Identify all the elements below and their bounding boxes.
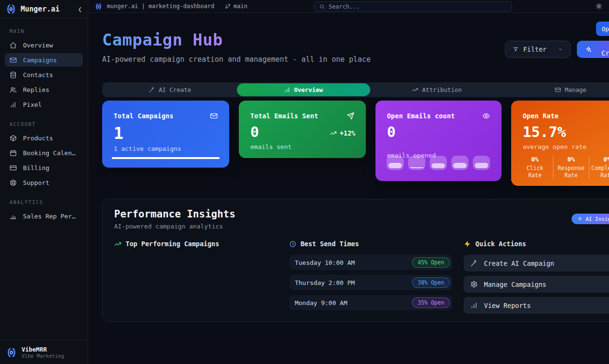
tab-label: Manage xyxy=(565,86,586,93)
footer-logo-icon xyxy=(6,347,17,358)
trending-up-icon xyxy=(114,240,121,248)
sub-stat-value: 0% xyxy=(555,156,587,163)
campaign-progress-bar xyxy=(112,157,220,159)
quick-action-label: Manage Campaigns xyxy=(484,281,546,288)
sidebar-header: Munger.ai ❮ xyxy=(0,0,88,18)
credit-card-icon xyxy=(10,164,17,171)
sidebar-item-contacts[interactable]: Contacts xyxy=(5,68,83,81)
column-title: Quick Actions xyxy=(475,240,526,248)
send-time-row[interactable]: Tuesday 10:00 AM 45% Open xyxy=(289,255,453,270)
clock-icon xyxy=(289,240,296,248)
stat-card-total-campaigns[interactable]: Total Campaigns 1 1 active campaigns xyxy=(102,101,229,168)
sidebar-item-label: Billing xyxy=(23,164,49,171)
sidebar-item-campaigns[interactable]: Campaigns xyxy=(5,53,83,67)
trending-up-icon xyxy=(330,130,337,136)
mail-icon xyxy=(10,57,17,64)
sidebar-item-sales-rep-performance[interactable]: Sales Rep Per… xyxy=(5,209,83,223)
sidebar-item-label: Sales Rep Per… xyxy=(23,213,76,220)
stat-card-open-emails[interactable]: Open Emails count 0 emails opened xyxy=(375,101,502,181)
quick-action-label: Create AI Campaign xyxy=(484,260,554,267)
sidebar-item-billing[interactable]: Billing xyxy=(5,161,83,174)
stat-card-emails-sent[interactable]: Total Emails Sent 0 +12% emails sent xyxy=(239,101,366,158)
package-icon xyxy=(10,135,17,142)
sidebar-item-label: Contacts xyxy=(23,71,53,79)
bar-chart-icon xyxy=(10,213,17,220)
topbar: munger.ai | marketing-dashboard main xyxy=(88,0,609,13)
stat-title: Total Emails Sent xyxy=(250,112,318,120)
users-icon xyxy=(10,86,17,93)
sidebar-nav: MAIN Overview Campaigns Contacts Replies… xyxy=(0,18,88,223)
sidebar-item-label: Booking Calen… xyxy=(23,149,76,157)
trend-value: +12% xyxy=(340,129,355,137)
search-box[interactable] xyxy=(314,1,512,11)
open-rate-badge: 38% Open xyxy=(412,277,450,288)
panel-title: Performance Insights xyxy=(114,208,235,220)
search-input[interactable] xyxy=(328,3,507,10)
ai-insights-badge-label: AI Insights xyxy=(586,216,609,222)
footer-name: VibeMRR xyxy=(22,346,64,353)
mail-icon xyxy=(555,87,561,93)
trend-indicator: +12% xyxy=(330,129,355,137)
sub-stat-label: Response Rate xyxy=(555,165,587,179)
stat-caption: 1 active campaigns xyxy=(114,145,218,152)
branch-name: main xyxy=(234,3,247,10)
footer-subtitle: Vibe Marketing xyxy=(22,353,64,359)
trending-up-icon xyxy=(412,87,418,93)
open-button[interactable]: Open xyxy=(596,22,609,36)
app-logo-icon xyxy=(6,4,16,14)
stat-title: Open Rate xyxy=(523,112,559,120)
sparkles-icon xyxy=(585,46,592,53)
tab-label: Overview xyxy=(294,86,323,93)
main-content: Campaign Hub AI-powered campaign creatio… xyxy=(88,13,609,364)
view-reports-button[interactable]: View Reports xyxy=(464,297,609,314)
tab-label: Attribution xyxy=(422,86,462,93)
mail-icon xyxy=(210,112,218,120)
tab-attribution[interactable]: Attribution xyxy=(370,83,504,96)
tab-manage[interactable]: Manage xyxy=(504,83,609,96)
sidebar: Munger.ai ❮ MAIN Overview Campaigns Cont… xyxy=(0,0,88,364)
send-time-label: Thursday 2:00 PM xyxy=(295,279,355,286)
stat-value: 0 xyxy=(387,124,490,140)
quick-action-label: View Reports xyxy=(484,302,531,309)
send-time-row[interactable]: Monday 9:00 AM 35% Open xyxy=(289,295,453,310)
create-ai-campaign-button[interactable]: Create AI Campaign xyxy=(464,255,609,272)
eye-icon xyxy=(482,112,490,120)
calendar-icon xyxy=(10,149,17,157)
mini-bar xyxy=(430,156,447,170)
project-name: munger.ai | marketing-dashboard xyxy=(107,3,214,10)
sidebar-item-replies[interactable]: Replies xyxy=(5,83,83,96)
stat-value: 1 xyxy=(114,124,218,142)
send-time-row[interactable]: Thursday 2:00 PM 38% Open xyxy=(289,275,453,290)
sub-stat-response-rate: 0% Response Rate xyxy=(553,156,589,179)
sidebar-item-label: Overview xyxy=(23,42,53,49)
campaign-tabs: AI Create Overview Attribution Manage xyxy=(102,82,609,97)
sub-stat-label: Click Rate xyxy=(519,165,551,179)
sidebar-item-overview[interactable]: Overview xyxy=(5,38,83,52)
sidebar-item-support[interactable]: Support xyxy=(5,176,83,189)
sidebar-collapse-button[interactable]: ❮ xyxy=(78,5,82,13)
sub-stat-value: 0% xyxy=(591,156,609,163)
sidebar-item-label: Pixel xyxy=(23,101,42,108)
stat-card-open-rate[interactable]: Open Rate 15.7% average open rate 0% Cli… xyxy=(511,101,609,186)
sidebar-item-booking-calendar[interactable]: Booking Calen… xyxy=(5,146,83,159)
stat-title: Total Campaigns xyxy=(114,112,174,120)
mini-bar xyxy=(386,156,404,170)
stat-cards: Total Campaigns 1 1 active campaigns Tot… xyxy=(102,101,609,186)
sidebar-item-label: Support xyxy=(23,179,49,186)
filter-button[interactable]: Filter xyxy=(505,41,571,58)
theme-toggle-button[interactable] xyxy=(596,3,602,10)
branch-indicator[interactable]: main xyxy=(225,3,247,10)
manage-campaigns-button[interactable]: Manage Campaigns xyxy=(464,276,609,293)
stat-title: Open Emails count xyxy=(387,112,455,120)
tab-overview[interactable]: Overview xyxy=(237,83,371,96)
sidebar-item-products[interactable]: Products xyxy=(5,131,83,145)
bar-chart-icon xyxy=(470,302,478,309)
sidebar-item-pixel[interactable]: Pixel xyxy=(5,98,83,111)
tab-ai-create[interactable]: AI Create xyxy=(103,83,237,96)
ai-insights-badge[interactable]: AI Insights xyxy=(572,214,609,224)
git-branch-icon xyxy=(225,3,231,9)
send-time-label: Tuesday 10:00 AM xyxy=(295,259,355,266)
panel-subtitle: AI-powered campaign analytics xyxy=(114,223,223,230)
top-performing-campaigns-column: Top Performing Campaigns xyxy=(114,240,278,318)
ai-create-button[interactable]: AI Create xyxy=(577,41,609,58)
